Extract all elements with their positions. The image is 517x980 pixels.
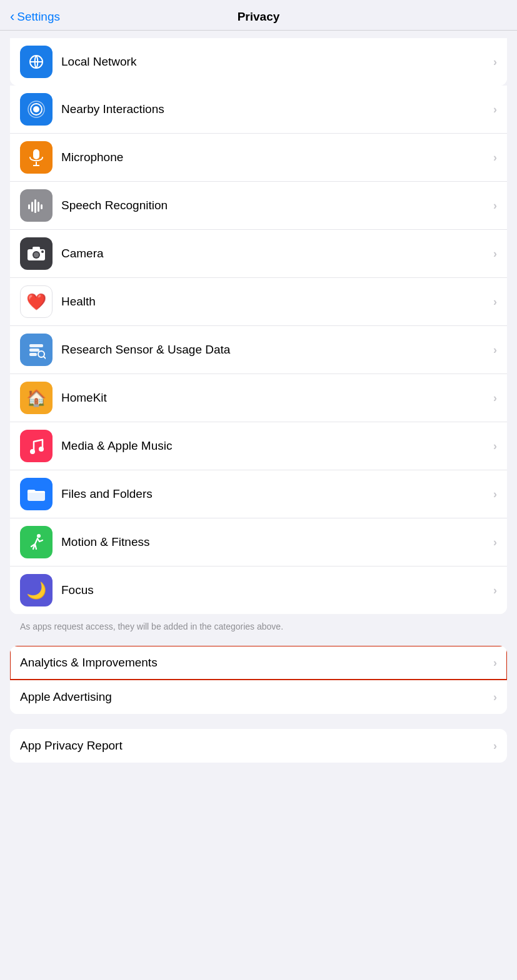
research-label: Research Sensor & Usage Data: [61, 343, 488, 357]
svg-point-26: [37, 534, 41, 538]
analytics-improvements-chevron-icon: ›: [493, 656, 497, 670]
research-icon: [20, 334, 53, 366]
svg-point-23: [30, 449, 35, 454]
back-button[interactable]: ‹ Settings: [10, 10, 60, 24]
analytics-improvements-row[interactable]: Analytics & Improvements ›: [10, 646, 507, 680]
camera-icon: [20, 237, 53, 270]
svg-point-24: [39, 447, 44, 452]
speech-recognition-label: Speech Recognition: [61, 199, 488, 212]
svg-rect-16: [33, 247, 40, 250]
svg-rect-10: [34, 199, 36, 213]
health-label: Health: [61, 295, 488, 309]
svg-rect-20: [29, 353, 37, 356]
page-title: Privacy: [238, 10, 280, 24]
svg-rect-18: [29, 344, 43, 347]
analytics-improvements-item[interactable]: Analytics & Improvements ›: [10, 646, 507, 680]
privacy-items-card: Nearby Interactions › Microphone ›: [10, 86, 507, 614]
local-network-chevron-icon: ›: [493, 56, 497, 69]
list-item-health[interactable]: ❤️ Health ›: [10, 278, 507, 326]
list-item-microphone[interactable]: Microphone ›: [10, 134, 507, 182]
microphone-icon: [20, 141, 53, 174]
svg-rect-19: [29, 349, 39, 352]
list-item-focus[interactable]: 🌙 Focus ›: [10, 567, 507, 614]
svg-point-15: [34, 252, 39, 257]
svg-point-2: [33, 106, 39, 112]
research-chevron-icon: ›: [493, 344, 497, 357]
app-privacy-section: App Privacy Report ›: [10, 729, 507, 763]
health-chevron-icon: ›: [493, 295, 497, 309]
files-folders-label: Files and Folders: [61, 487, 488, 501]
svg-rect-5: [33, 149, 39, 159]
back-label: Settings: [17, 10, 60, 24]
app-privacy-item[interactable]: App Privacy Report ›: [10, 729, 507, 763]
svg-line-22: [44, 357, 46, 359]
app-privacy-chevron-icon: ›: [493, 740, 497, 753]
local-network-label: Local Network: [61, 55, 488, 69]
list-item-motion-fitness[interactable]: Motion & Fitness ›: [10, 518, 507, 567]
list-item-homekit[interactable]: 🏠 HomeKit ›: [10, 374, 507, 422]
media-music-icon: [20, 430, 53, 462]
app-privacy-card: App Privacy Report ›: [10, 729, 507, 763]
list-item-files-folders[interactable]: Files and Folders ›: [10, 470, 507, 518]
apple-advertising-chevron-icon: ›: [493, 691, 497, 704]
app-privacy-label: App Privacy Report: [20, 739, 488, 753]
list-item-media-music[interactable]: Media & Apple Music ›: [10, 422, 507, 470]
svg-rect-8: [28, 204, 30, 209]
homekit-label: HomeKit: [61, 391, 488, 405]
homekit-chevron-icon: ›: [493, 392, 497, 405]
nearby-interactions-icon: [20, 93, 53, 126]
nearby-interactions-label: Nearby Interactions: [61, 102, 488, 116]
svg-rect-11: [38, 202, 39, 212]
footer-note: As apps request access, they will be add…: [0, 614, 517, 646]
focus-label: Focus: [61, 583, 488, 597]
svg-rect-12: [41, 204, 43, 209]
list-item-local-network[interactable]: Local Network ›: [10, 38, 507, 86]
svg-rect-9: [31, 202, 33, 212]
files-folders-chevron-icon: ›: [493, 488, 497, 501]
analytics-improvements-label: Analytics & Improvements: [20, 656, 488, 670]
focus-icon: 🌙: [20, 574, 53, 606]
local-network-section: Local Network ›: [10, 38, 507, 86]
microphone-label: Microphone: [61, 151, 488, 164]
nav-bar: ‹ Settings Privacy: [0, 0, 517, 31]
analytics-card: Analytics & Improvements › Apple Adverti…: [10, 646, 507, 714]
microphone-chevron-icon: ›: [493, 151, 497, 164]
back-chevron-icon: ‹: [10, 10, 14, 24]
list-item-research[interactable]: Research Sensor & Usage Data ›: [10, 326, 507, 374]
motion-fitness-icon: [20, 526, 53, 558]
camera-label: Camera: [61, 247, 488, 260]
homekit-icon: 🏠: [20, 382, 53, 414]
motion-fitness-label: Motion & Fitness: [61, 535, 488, 549]
motion-fitness-chevron-icon: ›: [493, 536, 497, 549]
speech-recognition-chevron-icon: ›: [493, 199, 497, 212]
focus-chevron-icon: ›: [493, 584, 497, 597]
list-item-speech-recognition[interactable]: Speech Recognition ›: [10, 182, 507, 230]
apple-advertising-item[interactable]: Apple Advertising ›: [10, 680, 507, 714]
media-music-label: Media & Apple Music: [61, 439, 488, 453]
nearby-interactions-chevron-icon: ›: [493, 103, 497, 116]
health-icon: ❤️: [20, 285, 53, 318]
files-folders-icon: [20, 478, 53, 510]
media-music-chevron-icon: ›: [493, 440, 497, 453]
svg-point-17: [41, 250, 44, 253]
list-item-camera[interactable]: Camera ›: [10, 230, 507, 278]
local-network-icon: [20, 46, 53, 78]
speech-recognition-icon: [20, 189, 53, 222]
list-item-nearby-interactions[interactable]: Nearby Interactions ›: [10, 86, 507, 134]
apple-advertising-label: Apple Advertising: [20, 690, 488, 704]
camera-chevron-icon: ›: [493, 247, 497, 260]
